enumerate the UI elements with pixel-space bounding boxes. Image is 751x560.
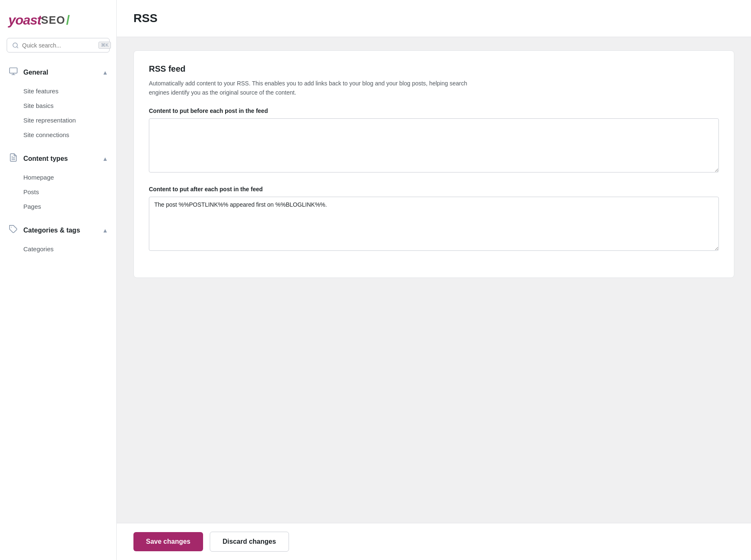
svg-line-1 [17, 47, 18, 48]
nav-section-general-header[interactable]: General ▲ [0, 61, 116, 84]
tag-icon [8, 225, 18, 236]
svg-rect-2 [10, 68, 17, 73]
sidebar-item-homepage[interactable]: Homepage [0, 170, 116, 185]
save-changes-button[interactable]: Save changes [133, 532, 203, 551]
search-input[interactable] [22, 42, 95, 49]
nav-section-general: General ▲ Site features Site basics Site… [0, 61, 116, 145]
nav-section-content-types-header[interactable]: Content types ▲ [0, 147, 116, 170]
rss-feed-card: RSS feed Automatically add content to yo… [133, 50, 734, 278]
logo-seo-text: SEO [41, 14, 65, 27]
search-shortcut: ⌘K [98, 42, 111, 49]
discard-changes-button[interactable]: Discard changes [210, 532, 289, 552]
logo-yoast-text: yoast [8, 12, 41, 28]
rss-feed-description: Automatically add content to your RSS. T… [149, 79, 474, 98]
search-icon [12, 42, 19, 49]
save-bar: Save changes Discard changes [117, 523, 751, 560]
content-area: RSS feed Automatically add content to yo… [117, 37, 751, 523]
content-types-nav-items: Homepage Posts Pages [0, 170, 116, 217]
sidebar-item-site-basics[interactable]: Site basics [0, 98, 116, 113]
content-types-chevron-icon: ▲ [102, 155, 108, 162]
after-field-label: Content to put after each post in the fe… [149, 186, 719, 192]
sidebar-item-pages[interactable]: Pages [0, 199, 116, 214]
nav-section-categories-tags: Categories & tags ▲ Categories [0, 219, 116, 260]
categories-tags-section-title: Categories & tags [23, 227, 80, 234]
content-before-textarea[interactable] [149, 118, 719, 172]
sidebar: yoast SEO / ⌘K General ▲ [0, 0, 117, 560]
before-field-label: Content to put before each post in the f… [149, 108, 719, 114]
nav-section-content-types: Content types ▲ Homepage Posts Pages [0, 147, 116, 217]
general-section-title: General [23, 69, 48, 76]
categories-tags-chevron-icon: ▲ [102, 227, 108, 234]
sidebar-item-posts[interactable]: Posts [0, 185, 116, 199]
nav-section-categories-tags-header[interactable]: Categories & tags ▲ [0, 219, 116, 242]
sidebar-item-site-connections[interactable]: Site connections [0, 128, 116, 142]
general-nav-items: Site features Site basics Site represent… [0, 84, 116, 145]
yoast-logo: yoast SEO / [8, 12, 108, 28]
document-icon [8, 153, 18, 164]
rss-feed-section-title: RSS feed [149, 64, 719, 74]
search-box[interactable]: ⌘K [7, 38, 110, 52]
content-after-textarea[interactable] [149, 197, 719, 251]
sidebar-item-site-features[interactable]: Site features [0, 84, 116, 98]
logo-slash-icon: / [66, 12, 70, 28]
page-header: RSS [117, 0, 751, 37]
categories-tags-nav-items: Categories [0, 242, 116, 260]
general-chevron-icon: ▲ [102, 69, 108, 76]
monitor-icon [8, 67, 18, 78]
page-title: RSS [133, 12, 734, 25]
sidebar-item-site-representation[interactable]: Site representation [0, 113, 116, 128]
content-types-section-title: Content types [23, 155, 68, 162]
sidebar-item-categories[interactable]: Categories [0, 242, 116, 256]
logo-area: yoast SEO / [0, 8, 116, 38]
main-content: RSS RSS feed Automatically add content t… [117, 0, 751, 560]
